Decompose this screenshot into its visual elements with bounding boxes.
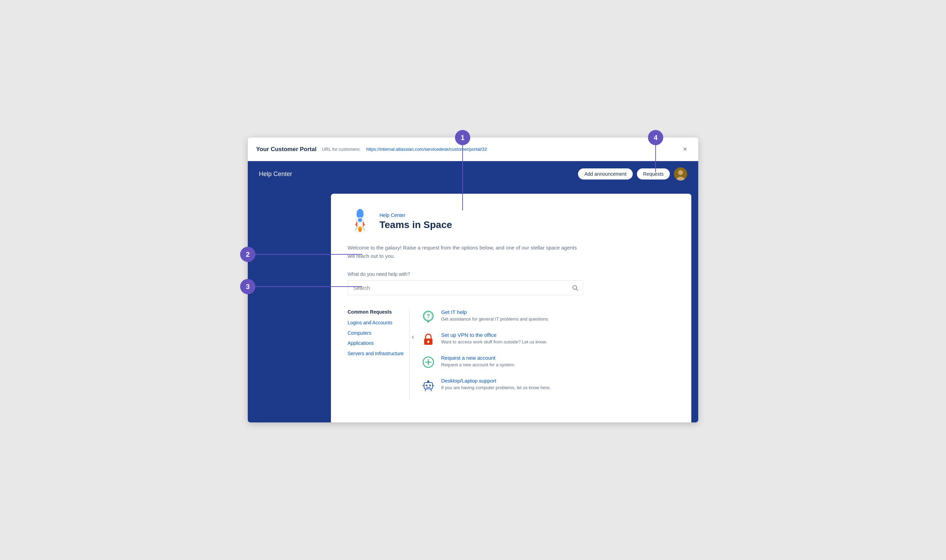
nav-title: Common Requests	[348, 309, 404, 315]
svg-text:?: ?	[426, 313, 430, 319]
list-item: ? Get IT help Get assistance for general…	[421, 309, 611, 324]
item-title[interactable]: Get IT help	[441, 309, 549, 315]
item-text: Desktop/Laptop support If you are having…	[441, 378, 551, 391]
nav-chevron-icon: ‹	[412, 333, 414, 341]
list-item: Set up VPN to the office Want to access …	[421, 332, 611, 346]
portal-title-section: Help Center Teams in Space	[380, 212, 452, 231]
search-wrapper	[348, 280, 583, 295]
svg-point-26	[426, 385, 428, 386]
portal-header: Help Center Teams in Space	[348, 208, 675, 235]
annotation-4: 4	[648, 130, 663, 145]
svg-point-10	[358, 228, 361, 232]
help-center-header: Help Center Add announcement Requests	[248, 161, 698, 187]
annotation-line-1v	[462, 138, 463, 210]
content-area: Help Center Teams in Space Welcome to th…	[248, 187, 698, 422]
requests-button[interactable]: Requests	[637, 168, 670, 180]
portal-card: Help Center Teams in Space Welcome to th…	[331, 194, 691, 422]
add-circle-icon	[421, 355, 435, 369]
portal-logo	[348, 208, 372, 235]
svg-point-6	[358, 218, 363, 223]
item-desc: If you are having computer problems, let…	[441, 385, 551, 391]
item-text: Request a new account Request a new acco…	[441, 355, 515, 368]
svg-point-1	[678, 170, 683, 175]
customer-portal-window: Your Customer Portal URL for customers: …	[248, 138, 698, 422]
svg-line-11	[355, 227, 357, 231]
left-nav: Common Requests Logins and Accounts Comp…	[348, 309, 410, 401]
item-title[interactable]: Request a new account	[441, 355, 515, 361]
portal-description: Welcome to the galaxy! Raise a request f…	[348, 244, 583, 260]
nav-item-servers[interactable]: Servers and Infrastructure	[348, 350, 404, 357]
portal-name: Teams in Space	[380, 219, 452, 231]
annotation-line-3h	[248, 286, 362, 287]
header-actions: Add announcement Requests	[578, 168, 687, 180]
search-icon	[572, 285, 578, 291]
annotation-1: 1	[455, 130, 470, 145]
list-item: Request a new account Request a new acco…	[421, 355, 611, 369]
item-text: Set up VPN to the office Want to access …	[441, 332, 547, 345]
nav-item-computers[interactable]: Computers	[348, 330, 404, 337]
item-title[interactable]: Desktop/Laptop support	[441, 378, 551, 384]
add-announcement-button[interactable]: Add announcement	[578, 168, 632, 180]
svg-marker-18	[427, 321, 430, 323]
robot-icon	[421, 378, 435, 392]
items-list: ? Get IT help Get assistance for general…	[421, 309, 611, 401]
svg-rect-21	[428, 342, 429, 343]
portal-breadcrumb[interactable]: Help Center	[380, 212, 452, 218]
nav-item-logins[interactable]: Logins and Accounts	[348, 320, 404, 326]
item-desc: Get assistance for general IT problems a…	[441, 316, 549, 322]
annotation-2: 2	[240, 247, 255, 262]
close-button[interactable]: ×	[680, 144, 690, 155]
window-title: Your Customer Portal	[256, 146, 316, 153]
nav-item-applications[interactable]: Applications	[348, 340, 404, 347]
lock-icon	[421, 332, 435, 346]
avatar[interactable]	[674, 168, 687, 180]
item-desc: Want to access work stuff from outside? …	[441, 339, 547, 345]
search-label: What do you need help with?	[348, 271, 675, 277]
svg-rect-25	[424, 383, 432, 389]
portal-url-link[interactable]: https://internal.atlassian.com/servicede…	[366, 146, 487, 152]
window-topbar: Your Customer Portal URL for customers: …	[248, 138, 698, 161]
sidebar	[248, 187, 324, 422]
list-item: Desktop/Laptop support If you are having…	[421, 378, 611, 392]
item-title[interactable]: Set up VPN to the office	[441, 332, 547, 338]
item-desc: Request a new account for a system.	[441, 362, 515, 368]
svg-point-27	[429, 385, 431, 386]
search-input[interactable]	[348, 280, 583, 295]
url-label: URL for customers:	[322, 146, 361, 152]
two-column-layout: Common Requests Logins and Accounts Comp…	[348, 309, 611, 401]
svg-line-14	[576, 289, 578, 291]
question-bubble-icon: ?	[421, 309, 435, 324]
annotation-line-2h	[248, 254, 362, 255]
item-text: Get IT help Get assistance for general I…	[441, 309, 549, 322]
annotation-3: 3	[240, 279, 255, 294]
help-center-title: Help Center	[259, 171, 292, 178]
svg-line-12	[363, 227, 365, 231]
